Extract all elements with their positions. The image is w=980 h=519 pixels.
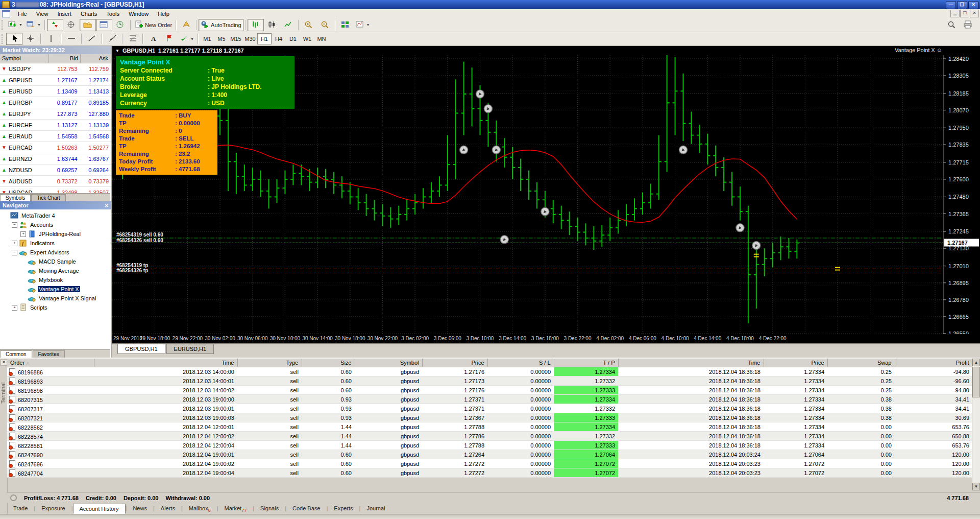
navigator-item[interactable]: Vantage Point X Signal: [0, 294, 111, 303]
market-watch-row[interactable]: ▲GBPUSD 1.27167 1.27174: [0, 75, 111, 86]
navigator-item[interactable]: +JPHoldings-Real: [0, 229, 111, 239]
menu-window[interactable]: Window: [124, 10, 153, 17]
table-row[interactable]: 68228581 2018.12.04 12:00:04 sell 1.44 g…: [7, 441, 972, 450]
terminal-toggle-button[interactable]: [96, 19, 112, 31]
restore-button[interactable]: ❐: [957, 1, 967, 9]
tree-expand-icon[interactable]: +: [12, 305, 17, 311]
column-header-price-close[interactable]: Price: [764, 359, 827, 367]
tab-symbols[interactable]: Symbols: [0, 194, 31, 201]
profiles-button[interactable]: ▼: [24, 19, 43, 31]
tab-tick-chart[interactable]: Tick Chart: [31, 194, 65, 201]
timeframe-m1-button[interactable]: M1: [200, 33, 214, 44]
table-row[interactable]: 68247704 2018.12.04 19:00:04 sell 0.60 g…: [7, 468, 972, 478]
column-header-time-close[interactable]: Time: [618, 359, 764, 367]
order-marker[interactable]: [460, 146, 468, 154]
zoom-in-button[interactable]: [301, 19, 317, 31]
text-tool-button[interactable]: A: [145, 33, 161, 45]
table-row[interactable]: 68207321 2018.12.03 19:00:03 sell 0.93 g…: [7, 413, 972, 422]
terminal-tab-market[interactable]: Market77: [218, 504, 253, 514]
chart-tab-gbpusd[interactable]: GBPUSD,H1: [117, 344, 165, 354]
order-marker[interactable]: [736, 224, 744, 232]
tab-favorites[interactable]: Favorites: [33, 350, 65, 358]
fibonacci-tool-button[interactable]: [125, 33, 141, 45]
table-row[interactable]: 68196886 2018.12.03 14:00:00 sell 0.60 g…: [7, 367, 972, 376]
navigator-item[interactable]: Moving Average: [0, 266, 111, 275]
menu-file[interactable]: File: [13, 10, 32, 17]
channel-tool-button[interactable]: [104, 33, 120, 45]
crosshair-tool-button[interactable]: [22, 33, 39, 45]
timeframe-h4-button[interactable]: H4: [272, 33, 286, 44]
tree-collapse-icon[interactable]: −: [12, 250, 17, 255]
navigator-toggle-button[interactable]: [80, 19, 96, 31]
new-order-button[interactable]: New Order: [133, 19, 174, 31]
tree-collapse-icon[interactable]: −: [12, 222, 17, 228]
navigator-item[interactable]: MetaTrader 4: [0, 211, 111, 220]
menu-view[interactable]: View: [32, 10, 53, 17]
tree-expand-icon[interactable]: +: [12, 241, 17, 246]
table-row[interactable]: 68207317 2018.12.03 19:00:01 sell 0.93 g…: [7, 404, 972, 413]
autotrading-button[interactable]: AutoTrading: [199, 19, 243, 31]
chart-tab-eurusd[interactable]: EURUSD,H1: [166, 344, 214, 354]
menu-charts[interactable]: Charts: [76, 10, 102, 17]
menu-tools[interactable]: Tools: [102, 10, 124, 17]
terminal-tab-exposure[interactable]: Exposure: [35, 504, 71, 513]
tab-common[interactable]: Common: [0, 350, 32, 358]
table-row[interactable]: 68228562 2018.12.04 12:00:01 sell 1.44 g…: [7, 422, 972, 432]
market-watch-row[interactable]: ▼AUDUSD 0.73372 0.73379: [0, 176, 111, 187]
terminal-tab-news[interactable]: News: [127, 504, 153, 513]
navigator-item[interactable]: +Scripts: [0, 303, 111, 312]
table-row[interactable]: 68207315 2018.12.03 19:00:00 sell 0.93 g…: [7, 395, 972, 404]
market-watch-toggle-button[interactable]: [47, 19, 63, 31]
scrollbar-thumb[interactable]: [972, 367, 980, 397]
column-header-type[interactable]: Type: [237, 359, 302, 367]
navigator-close-icon[interactable]: ✕: [105, 203, 109, 208]
label-tool-button[interactable]: [161, 33, 178, 45]
timeframe-m5-button[interactable]: M5: [214, 33, 229, 44]
table-row[interactable]: 68196893 2018.12.03 14:00:01 sell 0.60 g…: [7, 376, 972, 386]
cursor-tool-button[interactable]: [6, 33, 22, 45]
order-marker[interactable]: [500, 235, 508, 244]
market-watch-row[interactable]: ▲NZDUSD 0.69257 0.69264: [0, 164, 111, 176]
market-watch-row[interactable]: ▲EURUSD 1.13409 1.13413: [0, 86, 111, 97]
column-header-profit-close[interactable]: Profit: [895, 359, 972, 367]
scroll-down-icon[interactable]: ▼: [972, 483, 980, 490]
minimize-button[interactable]: —: [946, 1, 956, 9]
search-button[interactable]: [943, 19, 960, 31]
strategy-tester-button[interactable]: [112, 19, 129, 31]
chart-window[interactable]: ▼ GBPUSD,H1 1.27161 1.27177 1.27118 1.27…: [112, 46, 980, 358]
table-row[interactable]: 68196898 2018.12.03 14:00:02 sell 0.60 g…: [7, 386, 972, 395]
trendline-tool-button[interactable]: [84, 33, 100, 45]
timeframe-w1-button[interactable]: W1: [300, 33, 314, 44]
column-ask[interactable]: Ask: [81, 54, 110, 63]
navigator-item[interactable]: MACD Sample: [0, 257, 111, 266]
zoom-out-button[interactable]: [317, 19, 333, 31]
market-watch-row[interactable]: ▲EURAUD 1.54558 1.54568: [0, 131, 111, 142]
column-header-price[interactable]: Price: [422, 359, 487, 367]
candle-chart-mode-button[interactable]: [264, 19, 280, 31]
order-marker[interactable]: [492, 146, 500, 154]
timeframe-d1-button[interactable]: D1: [286, 33, 300, 44]
navigator-item[interactable]: Myfxbook: [0, 275, 111, 285]
column-header-order[interactable]: Order △: [7, 359, 94, 367]
terminal-tab-mailbox[interactable]: Mailbox6: [183, 504, 217, 514]
terminal-tab-account-history[interactable]: Account History: [73, 504, 126, 514]
terminal-tab-trade[interactable]: Trade: [7, 504, 34, 513]
indicators-list-button[interactable]: ▼: [354, 19, 372, 31]
terminal-tab-journal[interactable]: Journal: [360, 504, 391, 513]
order-marker[interactable]: [476, 90, 484, 98]
market-watch-row[interactable]: ▲EURGBP 0.89177 0.89185: [0, 97, 111, 108]
close-button[interactable]: ✕: [968, 1, 978, 9]
column-header-size[interactable]: Size: [302, 359, 355, 367]
menu-insert[interactable]: Insert: [53, 10, 76, 17]
timeframe-m15-button[interactable]: M15: [229, 33, 243, 44]
data-window-button[interactable]: [63, 19, 80, 31]
tree-expand-icon[interactable]: +: [20, 231, 26, 237]
tile-windows-button[interactable]: [337, 19, 354, 31]
column-symbol[interactable]: Symbol: [0, 54, 49, 63]
navigator-item[interactable]: −Expert Advisors: [0, 248, 111, 257]
column-header-swap-close[interactable]: Swap: [827, 359, 895, 367]
market-watch-row[interactable]: ▼EURCAD 1.50263 1.50277: [0, 142, 111, 153]
market-watch-row[interactable]: ▲EURJPY 127.873 127.880: [0, 108, 111, 120]
table-row[interactable]: 68228574 2018.12.04 12:00:02 sell 1.44 g…: [7, 432, 972, 441]
market-watch-row[interactable]: ▲EURNZD 1.63744 1.63767: [0, 153, 111, 164]
